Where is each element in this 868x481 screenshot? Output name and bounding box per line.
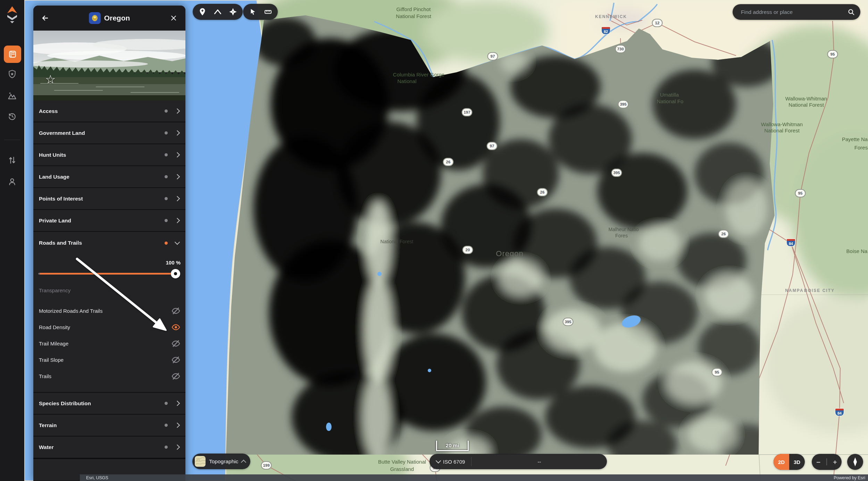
3d-button[interactable]: 3D [789, 454, 805, 470]
visibility-icon[interactable] [171, 306, 181, 316]
map-tools-group [193, 4, 243, 20]
visibility-icon[interactable] [171, 339, 181, 348]
gohunt-logo-icon[interactable] [5, 6, 19, 25]
pin-plus-icon[interactable] [195, 4, 210, 20]
layer-label: Trail Slope [39, 357, 171, 363]
layer-dot [165, 197, 168, 200]
2d-3d-toggle: 2D 3D [774, 454, 805, 470]
chevron-right-icon [175, 196, 180, 202]
sidebar-item-history[interactable] [8, 112, 17, 122]
transparency-slider-area: 100 % Transparency [33, 254, 185, 303]
section-row-water[interactable]: Water [33, 437, 185, 458]
chevron-down-icon [175, 239, 180, 245]
visibility-icon[interactable] [171, 372, 181, 381]
chevron-right-icon [175, 174, 180, 180]
close-icon[interactable] [169, 13, 178, 23]
2d-button[interactable]: 2D [774, 454, 789, 470]
section-label: Hunt Units [39, 152, 165, 158]
chevron-right-icon [175, 401, 180, 406]
angle-tool-icon[interactable] [210, 4, 225, 20]
layer-row-trail-mileage[interactable]: Trail Mileage [33, 335, 185, 352]
ruler-icon[interactable] [260, 4, 276, 20]
coordinates-bar[interactable]: ISO 6709 -- [429, 454, 607, 469]
zoom-divider [826, 458, 827, 465]
section-label: Terrain [39, 422, 165, 429]
sidebar-item-shield-star[interactable] [8, 70, 17, 80]
layer-row-trails[interactable]: Trails [33, 368, 185, 384]
sidebar-item-profile[interactable] [8, 177, 17, 188]
attribution-sources: Esri, USGS [80, 475, 834, 480]
star-icon[interactable]: ☆ [45, 73, 56, 85]
chevron-right-icon [175, 108, 180, 114]
layer-dot [165, 153, 168, 156]
back-arrow-icon[interactable] [40, 13, 50, 23]
layer-dot [165, 109, 168, 113]
layer-row-trail-slope[interactable]: Trail Slope [33, 352, 185, 368]
section-row-species-distribution[interactable]: Species Distribution [33, 393, 185, 415]
layer-dot [165, 131, 168, 134]
section-label: Access [39, 108, 165, 114]
layer-dot [165, 446, 168, 449]
cursor-icon[interactable] [245, 4, 260, 20]
app-window: Gifford PinchotNational ForestKENNEWICKC… [0, 0, 868, 481]
state-photo: ☆ [33, 31, 185, 100]
zoom-in-button[interactable]: + [833, 458, 837, 466]
chevron-down-icon[interactable] [436, 458, 441, 463]
scale-label: 20 mi [446, 442, 459, 448]
coord-value: -- [471, 459, 607, 465]
left-nav-rail [0, 0, 24, 481]
zoom-control: − + [812, 454, 842, 470]
sidebar-item-layers[interactable] [4, 46, 21, 63]
sidebar-item-transfer[interactable] [8, 156, 17, 166]
transparency-value: 100 % [166, 260, 181, 266]
chevron-right-icon [175, 152, 180, 158]
chevron-up-icon [241, 460, 247, 465]
panel-header: Oregon [33, 6, 185, 31]
section-label: Government Land [39, 130, 165, 136]
section-label: Points of Interest [39, 196, 165, 202]
map-scale-bar: 20 mi [436, 441, 469, 451]
layer-dot [165, 219, 168, 222]
attribution-powered-by: Powered by Esri [834, 475, 868, 480]
search-input[interactable] [740, 9, 848, 16]
sidebar-item-mountains[interactable] [7, 91, 17, 102]
section-row-roads-and-trails[interactable]: Roads and Trails [33, 232, 185, 254]
section-row-access[interactable]: Access [33, 100, 185, 122]
section-label: Land Usage [39, 174, 165, 180]
chevron-right-icon [175, 445, 180, 450]
oregon-seal-icon [89, 12, 101, 24]
coord-format-label: ISO 6709 [443, 459, 465, 465]
slider-thumb[interactable] [171, 269, 180, 278]
layer-label: Trail Mileage [39, 341, 171, 347]
chevron-right-icon [175, 218, 180, 223]
section-row-land-usage[interactable]: Land Usage [33, 166, 185, 188]
map-attribution: Esri, USGS Powered by Esri [80, 474, 868, 481]
slider-start-nub [38, 273, 40, 275]
zoom-out-button[interactable]: − [816, 458, 820, 466]
pan-diamond-icon[interactable] [225, 4, 241, 20]
search-bar[interactable] [733, 4, 860, 20]
layer-row-motorized-roads[interactable]: Motorized Roads And Trails [33, 303, 185, 319]
section-label: Private Land [39, 218, 165, 224]
section-row-hunt-units[interactable]: Hunt Units [33, 144, 185, 166]
section-row-terrain[interactable]: Terrain [33, 415, 185, 437]
road-density-overlay [226, 15, 781, 469]
search-icon[interactable] [848, 8, 855, 16]
compass-button[interactable] [847, 454, 863, 470]
section-row-private-land[interactable]: Private Land [33, 210, 185, 232]
visibility-icon[interactable] [171, 323, 181, 332]
rail-divider [4, 140, 20, 140]
visibility-icon[interactable] [171, 355, 181, 365]
basemap-selector[interactable]: Topographic [192, 454, 250, 469]
transparency-slider[interactable] [39, 273, 180, 275]
compass-needle-icon [851, 457, 859, 467]
section-row-points-of-interest[interactable]: Points of Interest [33, 188, 185, 210]
transparency-label: Transparency [39, 287, 70, 293]
layer-label: Road Density [39, 324, 171, 330]
select-measure-group [243, 4, 278, 20]
section-row-government-land[interactable]: Government Land [33, 122, 185, 144]
chevron-right-icon [175, 423, 180, 428]
layer-row-road-density[interactable]: Road Density [33, 319, 185, 335]
layer-dot-active [165, 242, 168, 245]
layer-dot [165, 424, 168, 427]
